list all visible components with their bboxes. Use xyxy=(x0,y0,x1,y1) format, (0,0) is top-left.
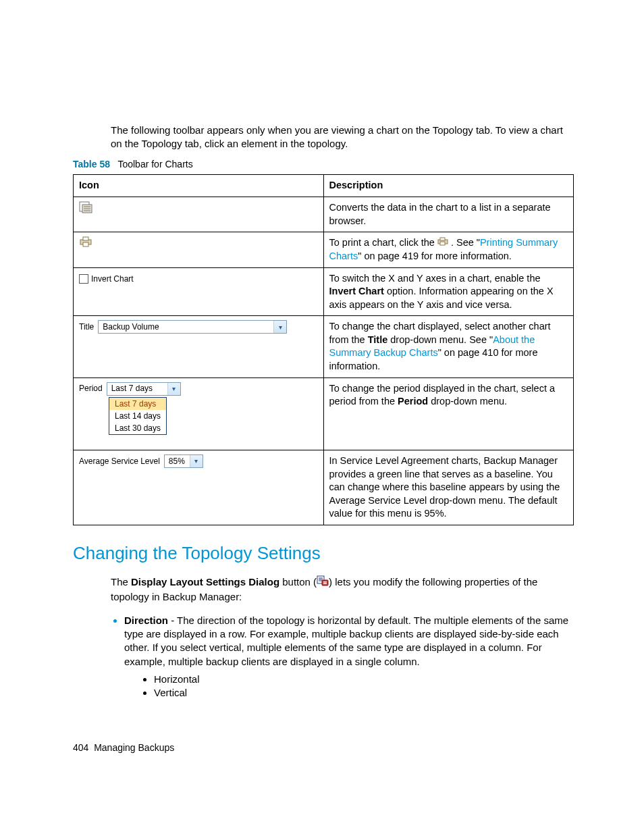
svg-rect-6 xyxy=(83,237,88,240)
period-dropdown[interactable]: Last 7 days ▾ xyxy=(107,382,181,396)
chevron-down-icon: ▾ xyxy=(167,383,180,395)
toolbar-table: Icon Description xyxy=(73,174,574,525)
svg-rect-17 xyxy=(323,583,327,585)
list-item: Direction - The direction of the topolog… xyxy=(124,614,574,700)
print-icon xyxy=(79,236,92,251)
average-service-level-dropdown[interactable]: 85% ▾ xyxy=(164,454,203,468)
section-heading: Changing the Topology Settings xyxy=(73,542,574,565)
table-row: Average Service Level 85% ▾ In Service L… xyxy=(74,450,574,525)
table-row: Title Backup Volume ▾ To change the char… xyxy=(74,316,574,377)
table-row: To print a chart, click the . See "Print… xyxy=(74,232,574,268)
intro-paragraph: The following toolbar appears only when … xyxy=(111,124,574,151)
svg-rect-16 xyxy=(323,581,327,583)
table-number: Table 58 xyxy=(73,159,110,170)
section-paragraph: The Display Layout Settings Dialog butto… xyxy=(111,575,574,604)
display-layout-settings-icon xyxy=(317,575,329,590)
chevron-down-icon: ▾ xyxy=(273,321,286,333)
svg-rect-15 xyxy=(322,580,328,585)
table-row: Invert Chart To switch the X and Y axes … xyxy=(74,267,574,316)
table-header-description: Description xyxy=(323,175,574,197)
table-caption: Table 58 Toolbar for Charts xyxy=(73,158,574,171)
table-row: Period Last 7 days ▾ Last 7 days Last 14… xyxy=(74,377,574,450)
table-caption-text: Toolbar for Charts xyxy=(117,159,192,170)
period-dropdown-label: Period xyxy=(79,383,103,394)
table-header-icon: Icon xyxy=(74,175,324,197)
sub-bullet-list: Horizontal Vertical xyxy=(140,673,574,700)
table-cell-description: Converts the data in the chart to a list… xyxy=(323,197,574,232)
list-item: Horizontal xyxy=(154,673,574,686)
page-number: 404 xyxy=(73,742,88,753)
period-option[interactable]: Last 14 days xyxy=(109,410,166,422)
bullet-list: Direction - The direction of the topolog… xyxy=(111,614,574,700)
period-dropdown-popup: Last 7 days Last 14 days Last 30 days xyxy=(109,397,167,436)
period-dropdown-value: Last 7 days xyxy=(107,383,157,394)
table-cell-description: To switch the X and Y axes in a chart, e… xyxy=(323,267,574,316)
invert-chart-label: Invert Chart xyxy=(91,274,134,284)
title-dropdown-value: Backup Volume xyxy=(99,321,163,332)
table-cell-description: In Service Level Agreement charts, Backu… xyxy=(323,450,574,525)
asl-dropdown-label: Average Service Level xyxy=(79,456,160,467)
footer-title: Managing Backups xyxy=(94,742,174,753)
table-row: Converts the data in the chart to a list… xyxy=(74,197,574,232)
page-footer: 404 Managing Backups xyxy=(73,741,174,754)
invert-chart-checkbox[interactable]: Invert Chart xyxy=(79,274,134,284)
asl-dropdown-value: 85% xyxy=(165,456,189,467)
print-icon xyxy=(437,236,448,250)
chevron-down-icon: ▾ xyxy=(190,455,203,467)
table-cell-description: To change the chart displayed, select an… xyxy=(323,316,574,377)
svg-rect-7 xyxy=(83,242,88,246)
svg-rect-10 xyxy=(440,242,445,245)
svg-rect-9 xyxy=(440,238,445,240)
table-cell-description: To change the period displayed in the ch… xyxy=(323,377,574,450)
table-cell-description: To print a chart, click the . See "Print… xyxy=(323,232,574,268)
title-dropdown[interactable]: Backup Volume ▾ xyxy=(98,320,287,334)
convert-to-list-icon xyxy=(79,201,92,217)
title-dropdown-label: Title xyxy=(79,321,94,332)
checkbox-icon xyxy=(79,274,88,284)
list-item: Vertical xyxy=(154,686,574,700)
period-option[interactable]: Last 30 days xyxy=(109,422,166,434)
period-option[interactable]: Last 7 days xyxy=(109,398,166,410)
